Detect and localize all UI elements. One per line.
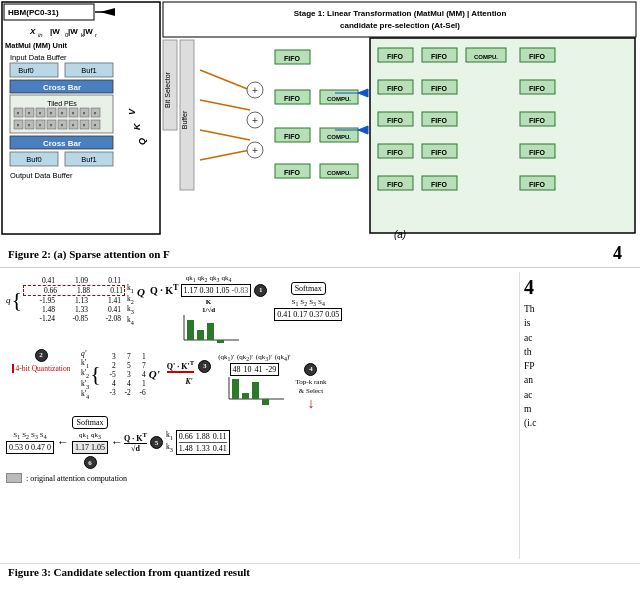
svg-line-73 (200, 100, 250, 110)
svg-text:X: X (29, 27, 36, 36)
svg-text:(a): (a) (394, 229, 406, 240)
svg-text:COMPU.: COMPU. (327, 134, 351, 140)
svg-text:HBM(PC0-31): HBM(PC0-31) (8, 8, 59, 17)
svg-text:FIFO: FIFO (387, 149, 403, 156)
svg-line-72 (200, 70, 250, 90)
svg-text:FIFO: FIFO (529, 117, 545, 124)
svg-text:×: × (50, 122, 53, 128)
svg-text:Buffer: Buffer (181, 110, 188, 129)
svg-text:|W: |W (83, 27, 93, 36)
original-note: : original attention computation (6, 473, 515, 483)
svg-text:Q: Q (137, 138, 147, 145)
svg-text:MatMul (MM) Unit: MatMul (MM) Unit (5, 41, 68, 50)
q-matrix: q { 0.411.090.11 0.661.880.11 -1.951.131… (6, 274, 134, 325)
svg-text:COMPU.: COMPU. (327, 96, 351, 102)
svg-text:candidate pre-selection (At-Se: candidate pre-selection (At-Sel) (340, 21, 460, 30)
svg-text:Input Data Buffer: Input Data Buffer (10, 53, 67, 62)
svg-text:FIFO: FIFO (529, 181, 545, 188)
svg-line-74 (200, 130, 250, 140)
svg-text:×: × (17, 110, 20, 116)
svg-text:+: + (252, 145, 258, 156)
svg-text:FIFO: FIFO (284, 133, 300, 140)
Q-prime-label: Q' (149, 368, 160, 380)
svg-text:Cross Bar: Cross Bar (43, 83, 81, 92)
qk-prime-section: (qk1)'(qk2)'(qk3)'(qk4)' 481041-29 (218, 353, 290, 405)
svg-text:Stage 1: Linear Transformation: Stage 1: Linear Transformation (MatMul (… (294, 9, 507, 18)
svg-text:r: r (95, 32, 97, 38)
svg-rect-144 (242, 393, 249, 399)
svg-text:Buf1: Buf1 (81, 155, 96, 164)
q-row-labels: k1 k2 k3 k4 (127, 274, 134, 325)
circle-2: 2 (35, 349, 48, 362)
svg-text:×: × (39, 122, 42, 128)
svg-text:FIFO: FIFO (284, 169, 300, 176)
q-prime-values: 371 257 -534 441 -3-2-6 (102, 352, 146, 397)
quantize-label: 4-bit Quantization (12, 364, 71, 374)
svg-text:FIFO: FIFO (431, 149, 447, 156)
figure2-caption: Figure 2: (a) Sparse attention on F 4 (0, 240, 640, 268)
svg-text:×: × (61, 110, 64, 116)
svg-text:×: × (94, 122, 97, 128)
svg-text:×: × (61, 122, 64, 128)
svg-text:FIFO: FIFO (387, 181, 403, 188)
svg-text:FIFO: FIFO (529, 85, 545, 92)
svg-text:FIFO: FIFO (431, 117, 447, 124)
svg-text:FIFO: FIFO (529, 53, 545, 60)
svg-text:Buf1: Buf1 (81, 66, 96, 75)
svg-text:Buf0: Buf0 (26, 155, 41, 164)
svg-text:×: × (83, 110, 86, 116)
svg-text:|W: |W (50, 27, 60, 36)
math-diagram-area: q { 0.411.090.11 0.661.880.11 -1.951.131… (6, 272, 515, 559)
figure2-caption-text: Figure 2: (a) Sparse attention on F (8, 248, 170, 260)
softmax2: Softmax qk1qk3 1.171.05 6 (72, 416, 108, 469)
k1-k3-values: k1 k3 0.661.880.11 1.481.330.41 (166, 430, 230, 455)
svg-text:in: in (38, 32, 43, 38)
svg-rect-143 (232, 379, 239, 399)
quantize-section: 2 4-bit Quantization (6, 349, 76, 374)
svg-text:×: × (17, 122, 20, 128)
row1: q { 0.411.090.11 0.661.880.11 -1.951.131… (6, 274, 515, 343)
svg-text:×: × (72, 110, 75, 116)
svg-text:FIFO: FIFO (284, 95, 300, 102)
right-paragraph: ThisacthFPanacm(i.c (524, 302, 634, 430)
svg-rect-140 (217, 340, 224, 343)
svg-text:Output Data Buffer: Output Data Buffer (10, 171, 73, 180)
svg-rect-146 (262, 399, 269, 405)
svg-rect-65 (163, 2, 636, 37)
svg-rect-136 (187, 320, 194, 340)
svg-rect-15 (10, 63, 58, 77)
s-values-2: S1S2S3S4 0.5300.470 (6, 431, 54, 454)
architecture-diagram: HBM(PC0-31) X in |W 0 |W k |W r MatMul (… (0, 0, 640, 240)
svg-text:FIFO: FIFO (431, 53, 447, 60)
section-number: 4 (613, 243, 622, 264)
svg-text:COMPU.: COMPU. (327, 170, 351, 176)
circle-5: 5 (150, 436, 163, 449)
svg-text:×: × (50, 110, 53, 116)
q-prime-section: q' k'1 k'2 k'3 k'4 { 371 257 -534 441 -3… (81, 349, 160, 400)
math-bottom-section: q { 0.411.090.11 0.661.880.11 -1.951.131… (0, 268, 640, 563)
svg-text:+: + (252, 115, 258, 126)
row2: 2 4-bit Quantization q' k'1 k'2 k'3 k'4 … (6, 349, 515, 412)
svg-text:×: × (72, 122, 75, 128)
svg-text:Tiled PEs: Tiled PEs (47, 100, 77, 107)
svg-line-75 (200, 150, 250, 160)
svg-text:×: × (28, 122, 31, 128)
svg-text:COMPU.: COMPU. (474, 54, 498, 60)
svg-text:FIFO: FIFO (529, 149, 545, 156)
svg-text:+: + (252, 85, 258, 96)
svg-text:Bit Selector: Bit Selector (164, 71, 171, 107)
svg-text:×: × (28, 110, 31, 116)
svg-rect-145 (252, 382, 259, 399)
circle-3: 3 (198, 360, 211, 373)
svg-text:FIFO: FIFO (431, 85, 447, 92)
q-values: 0.411.090.11 0.661.880.11 -1.951.131.41 … (23, 276, 125, 323)
circle-1: 1 (254, 284, 267, 297)
svg-text:FIFO: FIFO (431, 181, 447, 188)
q-label: q (6, 295, 11, 305)
q-prime-open-brace: { (90, 363, 101, 385)
svg-text:V: V (127, 108, 137, 115)
topk-section: 4 Top-k rank& Select ↓ (296, 363, 327, 412)
figure3-caption-text: Figure 3: Candidate selection from quant… (8, 566, 250, 578)
q-prime-kt-section: Q' · K'T 3 K' (167, 359, 211, 387)
softmax1: Softmax S1S2S3S4 0.410.170.370.05 (274, 282, 342, 321)
